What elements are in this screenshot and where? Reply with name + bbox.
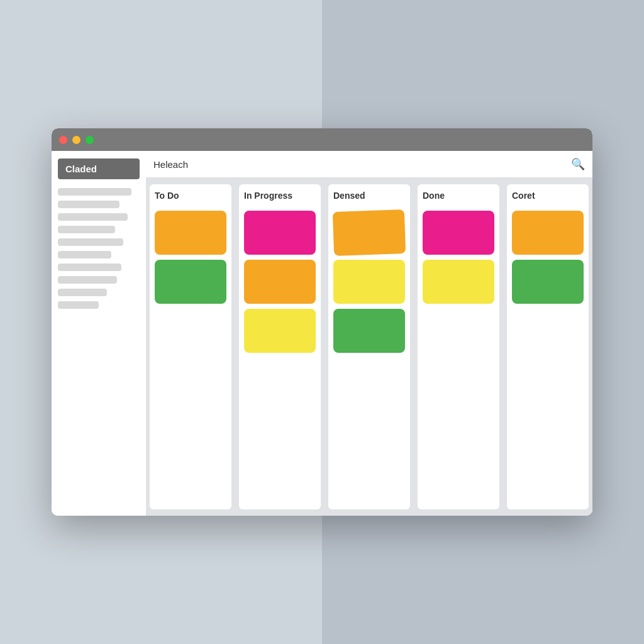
app-window: Claded 🔍 To Do — [52, 128, 592, 516]
cards-coret — [512, 211, 584, 304]
cards-done — [423, 211, 494, 304]
cards-todo — [155, 211, 226, 304]
sidebar-item[interactable] — [58, 276, 117, 284]
column-todo: To Do — [150, 184, 231, 509]
column-header-todo: To Do — [155, 191, 226, 204]
content-area: Claded 🔍 To Do — [52, 151, 592, 516]
card[interactable] — [423, 260, 494, 304]
cards-densed — [333, 211, 405, 353]
column-done: Done — [418, 184, 499, 509]
titlebar — [52, 128, 592, 151]
cards-inprogress — [244, 211, 316, 353]
maximize-button[interactable] — [86, 136, 94, 144]
card[interactable] — [423, 211, 494, 255]
main-area: 🔍 To Do In Progress — [146, 151, 592, 516]
card[interactable] — [333, 260, 405, 304]
search-input[interactable] — [153, 159, 571, 170]
sidebar-item[interactable] — [58, 201, 119, 208]
card[interactable] — [512, 260, 584, 304]
column-header-densed: Densed — [333, 191, 405, 204]
column-header-coret: Coret — [512, 191, 584, 204]
column-inprogress: In Progress — [239, 184, 321, 509]
card[interactable] — [333, 209, 406, 256]
sidebar: Claded — [52, 151, 146, 516]
card[interactable] — [155, 260, 226, 304]
sidebar-item[interactable] — [58, 238, 123, 246]
sidebar-item[interactable] — [58, 226, 115, 233]
sidebar-item[interactable] — [58, 251, 111, 258]
column-header-inprogress: In Progress — [244, 191, 316, 204]
card[interactable] — [512, 211, 584, 255]
minimize-button[interactable] — [72, 136, 80, 144]
close-button[interactable] — [59, 136, 67, 144]
sidebar-item[interactable] — [58, 213, 128, 221]
card[interactable] — [155, 211, 226, 255]
sidebar-item[interactable] — [58, 289, 107, 296]
kanban-board: To Do In Progress — [146, 178, 592, 516]
sidebar-title: Claded — [58, 158, 140, 179]
sidebar-item[interactable] — [58, 301, 99, 309]
card[interactable] — [244, 309, 316, 353]
card[interactable] — [244, 260, 316, 304]
card[interactable] — [333, 309, 405, 353]
card[interactable] — [244, 211, 316, 255]
sidebar-item[interactable] — [58, 188, 131, 196]
column-header-done: Done — [423, 191, 494, 204]
search-icon: 🔍 — [571, 157, 585, 171]
sidebar-item[interactable] — [58, 264, 121, 271]
column-coret: Coret — [507, 184, 589, 509]
searchbar: 🔍 — [146, 151, 592, 178]
column-densed: Densed — [328, 184, 410, 509]
